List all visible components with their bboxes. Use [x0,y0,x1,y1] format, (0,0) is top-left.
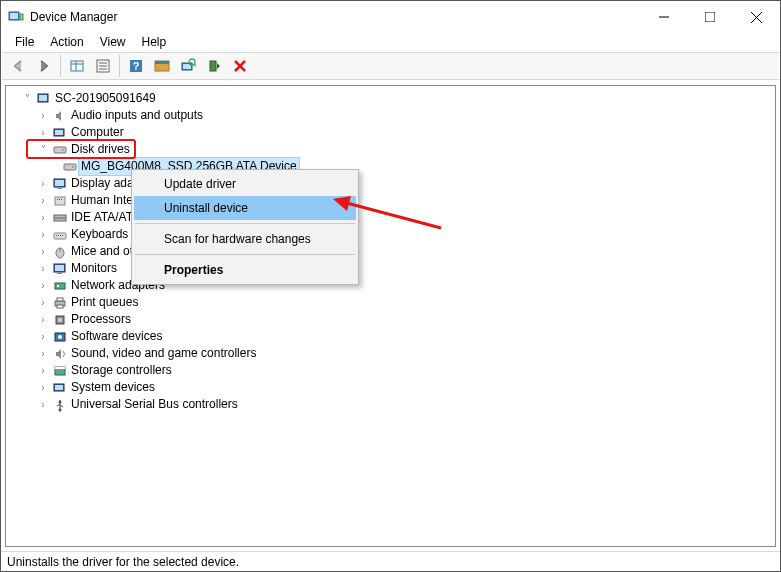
tree-label: IDE ATA/ATA [71,209,140,226]
uninstall-device-button[interactable] [228,54,252,78]
help-button[interactable]: ? [124,54,148,78]
svg-rect-39 [61,199,62,200]
device-tree: ˅ SC-201905091649 › Audio inputs and out… [5,85,776,547]
expand-icon[interactable]: › [36,243,50,260]
tree-label: Storage controllers [71,362,172,379]
tree-label: Software devices [71,328,162,345]
scan-hardware-button[interactable] [176,54,200,78]
tree-node-monitors[interactable]: › Monitors [10,260,775,277]
tree-root[interactable]: ˅ SC-201905091649 [10,90,775,107]
tree-node-print-queues[interactable]: › Print queues [10,294,775,311]
context-properties[interactable]: Properties [134,258,356,282]
tree-label: Sound, video and game controllers [71,345,256,362]
minimize-button[interactable] [641,2,687,32]
tree-node-disk-child[interactable]: MG_BG400M8_SSD 256GB ATA Device [10,158,775,175]
disk-icon [62,159,78,175]
tree-label: Human Inte [71,192,133,209]
svg-rect-56 [57,305,63,308]
svg-rect-37 [57,199,58,200]
svg-point-32 [72,166,74,168]
system-icon [52,380,68,396]
ide-icon [52,210,68,226]
context-scan-hardware[interactable]: Scan for hardware changes [134,227,356,251]
tree-label: Audio inputs and outputs [71,107,203,124]
titlebar: Device Manager [2,2,779,32]
svg-rect-4 [705,12,715,22]
tree-node-network[interactable]: › Network adapters [10,277,775,294]
tree-node-sound[interactable]: › Sound, video and game controllers [10,345,775,362]
disk-icon [52,142,68,158]
close-button[interactable] [733,2,779,32]
tree-node-audio[interactable]: › Audio inputs and outputs [10,107,775,124]
add-legacy-hardware-button[interactable] [202,54,226,78]
expand-icon[interactable]: › [36,294,50,311]
maximize-button[interactable] [687,2,733,32]
expand-icon[interactable]: › [36,107,50,124]
svg-point-66 [59,408,62,411]
expand-icon[interactable]: › [36,328,50,345]
expand-icon[interactable]: › [36,277,50,294]
app-icon [8,9,24,25]
expand-icon[interactable]: › [36,175,50,192]
tree-node-computer[interactable]: › Computer [10,124,775,141]
hid-icon [52,193,68,209]
expand-icon[interactable]: › [36,209,50,226]
svg-rect-44 [58,235,59,236]
display-icon [52,176,68,192]
collapse-icon[interactable]: ˅ [20,90,34,107]
tree-node-storage[interactable]: › Storage controllers [10,362,775,379]
expand-icon[interactable]: › [36,396,50,413]
network-icon [52,278,68,294]
status-text: Uninstalls the driver for the selected d… [7,555,239,569]
svg-rect-2 [20,14,23,20]
tree-node-system[interactable]: › System devices [10,379,775,396]
storage-icon [52,363,68,379]
tree-node-disk-drives[interactable]: ˅ Disk drives [10,141,775,158]
show-hide-console-tree-button[interactable] [65,54,89,78]
menu-view[interactable]: View [92,33,134,51]
expand-icon[interactable]: › [36,311,50,328]
expand-icon[interactable]: › [36,260,50,277]
expand-icon[interactable]: › [36,226,50,243]
svg-rect-17 [155,61,169,64]
separator [135,254,355,255]
tree-label: Keyboards [71,226,128,243]
expand-icon[interactable]: › [36,345,50,362]
menu-action[interactable]: Action [42,33,91,51]
svg-point-30 [62,149,64,151]
svg-rect-51 [57,273,62,274]
forward-button[interactable] [32,54,56,78]
action-button[interactable] [150,54,174,78]
expand-icon[interactable]: › [36,192,50,209]
tree-node-keyboards[interactable]: › Keyboards [10,226,775,243]
svg-rect-38 [59,199,60,200]
properties-button[interactable] [91,54,115,78]
menu-help[interactable]: Help [134,33,175,51]
expand-icon[interactable]: › [36,124,50,141]
expand-icon[interactable]: › [36,362,50,379]
svg-rect-58 [58,318,62,322]
tree-node-ide[interactable]: › IDE ATA/ATA [10,209,775,226]
context-menu: Update driver Uninstall device Scan for … [131,169,359,285]
tree-node-usb[interactable]: › Universal Serial Bus controllers [10,396,775,413]
svg-rect-55 [57,298,63,301]
menu-file[interactable]: File [7,33,42,51]
svg-rect-22 [210,61,216,71]
svg-text:?: ? [133,60,140,72]
tree-node-software[interactable]: › Software devices [10,328,775,345]
tree-node-processors[interactable]: › Processors [10,311,775,328]
svg-rect-1 [10,13,18,19]
expand-icon[interactable]: › [36,379,50,396]
tree-node-mice[interactable]: › Mice and ot [10,243,775,260]
context-uninstall-device[interactable]: Uninstall device [134,196,356,220]
tree-node-hid[interactable]: › Human Inte [10,192,775,209]
tree-node-display[interactable]: › Display adap [10,175,775,192]
usb-icon [52,397,68,413]
collapse-icon[interactable]: ˅ [36,141,50,158]
tree-label: Universal Serial Bus controllers [71,396,238,413]
context-update-driver[interactable]: Update driver [134,172,356,196]
svg-rect-35 [57,188,62,189]
back-button[interactable] [6,54,30,78]
separator [135,223,355,224]
tree-label: System devices [71,379,155,396]
